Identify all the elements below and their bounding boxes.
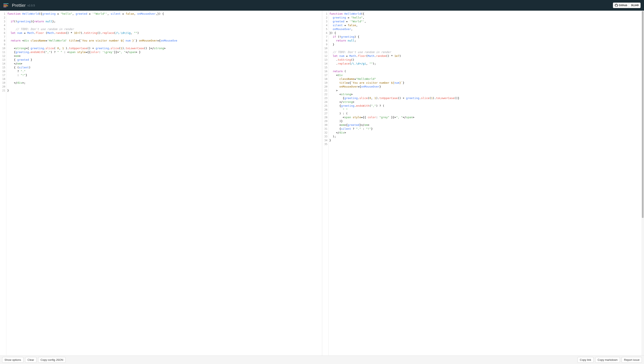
output-scrollbar[interactable] [642,11,644,356]
line-number: 13 [0,58,6,62]
github-icon [615,4,618,7]
clear-button[interactable]: Clear [25,357,36,363]
code-line: .replace(/\.\d+/gi, ""); [330,62,641,66]
line-number: 14 [0,62,6,66]
main-split: 123456789101112131415161718192021 functi… [0,11,644,356]
copy-link-button[interactable]: Copy link [578,357,594,363]
line-number: 1 [322,12,328,16]
copy-markdown-button[interactable]: Copy markdown [595,357,620,363]
code-line [330,142,641,146]
code-line: // TODO: Don't use random in render [7,27,321,31]
line-number: 25 [322,104,328,108]
header: Prettier v2.0.5 GitHub 36,649 [0,0,644,11]
copy-config-button[interactable]: Copy config JSON [38,357,66,363]
line-number: 31 [322,127,328,131]
line-number: 6 [322,31,328,35]
code-line: {greeting.slice(0, 1).toUpperCase() + gr… [330,96,641,100]
line-number: 24 [322,100,328,104]
show-options-button[interactable]: Show options [2,357,24,363]
line-number: 8 [322,39,328,42]
line-number: 11 [0,50,6,54]
line-number: 29 [322,119,328,123]
code-line: onMouseOver, [330,27,641,31]
output-code-view[interactable]: function HelloWorld({ greeting = "hello"… [328,11,642,356]
line-number: 19 [322,81,328,85]
input-editor-pane: 123456789101112131415161718192021 functi… [0,11,322,356]
footer: Show options Clear Copy config JSON Copy… [0,356,644,364]
line-number: 33 [322,134,328,138]
code-line [330,66,641,70]
code-line: let num = Math.floor(Math.random() * 1e7… [330,54,641,58]
code-line [7,77,321,81]
code-line: : "!"} [7,73,321,77]
line-number: 4 [0,24,6,27]
line-number: 34 [322,138,328,142]
code-line: > [330,88,641,92]
code-line: className="HelloWorld" [330,77,641,81]
line-number: 17 [0,73,6,77]
line-number: 19 [0,81,6,85]
code-line: { (silent) [7,66,321,70]
code-line: <strong>{ greeting.slice( 0, 1 ).toUpper… [7,46,321,50]
code-line: title={`You are visitor number ${num}`} [330,81,641,85]
code-line: <strong> [330,92,641,96]
report-issue-button[interactable]: Report issue [622,357,642,363]
code-line: ? "." [7,70,321,73]
prettier-logo-icon [4,3,8,8]
line-number: 22 [322,92,328,96]
line-number: 17 [322,73,328,77]
code-line: // TODO: Don't use random in render [330,50,641,54]
app-title: Prettier [12,3,26,8]
line-number: 18 [322,77,328,81]
line-number: 30 [322,123,328,127]
line-number: 28 [322,116,328,119]
line-number: 13 [322,58,328,62]
code-line: { greeted } [7,58,321,62]
code-line: return ( [330,70,641,73]
code-line: .toString() [330,58,641,62]
code-line [330,46,641,50]
code-line: <em> [7,54,321,58]
code-line: if(!greeting){return null}; [7,20,321,24]
line-number: 3 [0,20,6,24]
code-line: function HelloWorld({ [330,12,641,16]
code-line: </strong> [330,100,641,104]
line-number: 8 [0,39,6,42]
line-number: 5 [322,27,328,31]
line-number: 3 [322,20,328,24]
line-number: 21 [0,88,6,92]
line-number: 20 [0,85,6,88]
code-line: </em> [7,62,321,66]
code-line: </div> [330,131,641,134]
line-number: 1 [0,12,6,16]
line-number: 15 [322,66,328,70]
line-number: 35 [322,142,328,146]
line-number: 21 [322,88,328,92]
code-line: " " [330,108,641,112]
line-number: 9 [322,42,328,46]
input-gutter: 123456789101112131415161718192021 [0,11,6,356]
line-number: 20 [322,85,328,88]
code-line: } [330,138,641,142]
output-editor-pane: 1234567891011121314151617181920212223242… [322,11,644,356]
line-number: 23 [322,96,328,100]
line-number: 9 [0,42,6,46]
input-code-editor[interactable]: function HelloWorld({greeting = "hello",… [6,11,322,356]
code-line [7,24,321,27]
line-number: 15 [0,66,6,70]
scrollbar-thumb[interactable] [642,11,644,218]
line-number: 11 [322,50,328,54]
code-line: greeted = '"World"', [330,20,641,24]
line-number: 18 [0,77,6,81]
line-number: 10 [0,46,6,50]
line-number: 6 [0,31,6,35]
code-line [7,42,321,46]
line-number: 7 [322,35,328,39]
output-gutter: 1234567891011121314151617181920212223242… [322,11,328,356]
code-line: <em>{greeted}</em> [330,123,641,127]
line-number: 26 [322,108,328,112]
app-version: v2.0.5 [27,4,35,7]
github-star-button[interactable]: GitHub 36,649 [613,2,640,8]
line-number: 16 [322,70,328,73]
code-line: ); [330,134,641,138]
